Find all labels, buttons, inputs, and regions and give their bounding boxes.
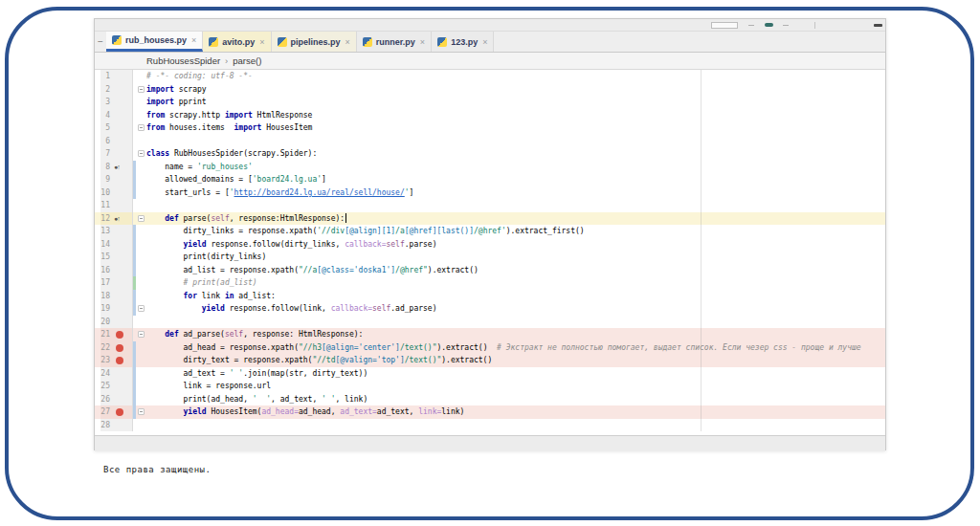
breakpoint-icon[interactable] — [116, 408, 123, 416]
line-number: 8 — [100, 161, 112, 174]
fold-column — [136, 109, 146, 122]
code-text[interactable]: ad_list = response.xpath("//a[@class='do… — [146, 264, 885, 277]
gutter-marker-cell[interactable] — [112, 251, 133, 264]
breakpoint-icon[interactable] — [116, 344, 123, 352]
code-text[interactable] — [146, 199, 885, 212]
gutter-marker-cell[interactable] — [112, 328, 133, 341]
fold-column — [136, 276, 146, 290]
code-text[interactable]: allowed_domains = ['board24.lg.ua'] — [146, 173, 885, 186]
gutter-marker-cell[interactable] — [112, 276, 133, 290]
collapse-tabs-button[interactable]: − — [95, 32, 106, 52]
gutter-marker-cell[interactable] — [112, 238, 133, 252]
gutter-marker-cell[interactable] — [112, 199, 133, 212]
code-text[interactable]: ad_head = response.xpath("//h3[@align='c… — [146, 341, 885, 355]
tab-avito.py[interactable]: avito.py× — [203, 32, 271, 52]
code-text[interactable] — [146, 135, 885, 148]
gutter-marker-cell[interactable] — [112, 186, 133, 200]
gutter-marker-cell[interactable] — [112, 70, 133, 83]
code-text[interactable]: dirty_text = response.xpath("//td[@valig… — [146, 354, 885, 367]
gutter-marker-cell[interactable]: ●↑ — [112, 212, 133, 226]
breadcrumb-item-method[interactable]: parse() — [233, 55, 261, 66]
gutter-marker-cell[interactable] — [112, 173, 133, 186]
code-text[interactable]: yield response.follow(link, callback=sel… — [146, 302, 885, 316]
fold-collapse-icon[interactable] — [138, 150, 145, 157]
line-number: 12 — [100, 212, 112, 226]
fold-collapse-icon[interactable] — [138, 305, 145, 312]
gutter-marker-cell[interactable] — [112, 405, 133, 419]
code-text[interactable]: def ad_parse(self, response: HtmlRespons… — [146, 328, 885, 341]
line-number: 28 — [100, 419, 112, 432]
window-minimize-icon[interactable] — [874, 24, 882, 27]
tab-close-icon[interactable]: × — [191, 35, 196, 45]
tab-close-icon[interactable]: × — [259, 37, 264, 47]
tab-123.py[interactable]: 123.py× — [432, 32, 494, 52]
gutter-marker-cell[interactable] — [112, 290, 133, 303]
tab-close-icon[interactable]: × — [420, 37, 425, 47]
gutter-marker-cell[interactable] — [112, 147, 133, 161]
gutter-marker-cell[interactable] — [112, 135, 133, 148]
code-text[interactable]: name = 'rub_houses' — [146, 161, 885, 174]
breakpoint-icon[interactable] — [116, 331, 123, 339]
gutter-marker-cell[interactable] — [112, 83, 133, 97]
code-text[interactable]: # -*- coding: utf-8 -*- — [146, 70, 885, 83]
fold-collapse-icon[interactable] — [138, 86, 145, 93]
gutter-marker-cell[interactable] — [112, 354, 133, 367]
code-line: 11 — [95, 199, 885, 212]
toolbar-divider — [814, 22, 815, 29]
tab-pipelines.py[interactable]: pipelines.py× — [272, 32, 357, 52]
code-text[interactable]: from houses.items import HousesItem — [146, 121, 885, 135]
gutter-marker-cell[interactable] — [112, 393, 133, 406]
gutter-marker-cell[interactable] — [112, 316, 133, 329]
override-marker-icon[interactable]: ●↑ — [114, 212, 120, 226]
code-text[interactable]: yield response.follow(dirty_links, callb… — [146, 238, 885, 252]
line-number: 15 — [100, 251, 112, 264]
gutter-marker-cell[interactable] — [112, 109, 133, 122]
gutter-marker-cell[interactable] — [112, 380, 133, 393]
code-text[interactable]: print(dirty_links) — [146, 251, 885, 264]
tab-label: 123.py — [451, 37, 478, 47]
fold-collapse-icon[interactable] — [138, 331, 145, 338]
code-text[interactable]: import pprint — [146, 96, 885, 109]
code-text[interactable]: # print(ad_list) — [146, 276, 885, 290]
tab-runner.py[interactable]: runner.py× — [357, 32, 432, 52]
code-text[interactable]: import scrapy — [146, 83, 885, 97]
code-text[interactable]: def parse(self, response:HtmlResponse): — [146, 212, 885, 226]
code-text[interactable]: class RubHousesSpider(scrapy.Spider): — [146, 147, 885, 161]
horizontal-scrollbar-thumb[interactable] — [711, 22, 738, 29]
gutter-marker-cell[interactable]: ●↑ — [112, 161, 133, 174]
code-text[interactable]: yield HousesItem(ad_head=ad_head, ad_tex… — [146, 405, 885, 419]
gutter-marker-cell[interactable] — [112, 225, 133, 238]
fold-column — [136, 83, 146, 97]
tab-label: runner.py — [376, 37, 415, 47]
code-text[interactable]: ad_text = ' '.join(map(str, dirty_text)) — [146, 367, 885, 381]
fold-collapse-icon[interactable] — [138, 215, 145, 222]
gutter-marker-cell[interactable] — [112, 264, 133, 277]
code-text[interactable] — [146, 419, 885, 432]
code-text[interactable]: print(ad_head, ' ', ad_text, ' ', link) — [146, 393, 885, 406]
code-text[interactable]: for link in ad_list: — [146, 290, 885, 303]
code-text[interactable]: dirty_links = response.xpath('//div[@ali… — [146, 225, 885, 238]
tab-rub_houses.py[interactable]: rub_houses.py× — [106, 32, 203, 52]
breakpoint-icon[interactable] — [116, 357, 123, 364]
code-text[interactable]: link = response.url — [146, 380, 885, 393]
gutter-marker-cell[interactable] — [112, 419, 133, 432]
code-text[interactable]: start_urls = ['http://board24.lg.ua/real… — [146, 186, 885, 200]
code-text[interactable]: from scrapy.http import HtmlResponse — [146, 109, 885, 122]
code-line: 22 ad_head = response.xpath("//h3[@align… — [95, 341, 885, 355]
gutter-marker-cell[interactable] — [112, 341, 133, 355]
fold-collapse-icon[interactable] — [138, 124, 145, 131]
code-line: 3import pprint — [95, 96, 885, 109]
gutter-marker-cell[interactable] — [112, 121, 133, 135]
gutter-marker-cell[interactable] — [112, 367, 133, 381]
breadcrumb-item-class[interactable]: RubHousesSpider — [146, 55, 220, 66]
code-text[interactable] — [146, 316, 885, 329]
editor-lines[interactable]: 1# -*- coding: utf-8 -*-2import scrapy3i… — [95, 70, 885, 431]
tab-close-icon[interactable]: × — [345, 37, 350, 47]
tab-close-icon[interactable]: × — [482, 37, 487, 47]
override-marker-icon[interactable]: ●↑ — [114, 161, 120, 174]
run-widget-icon[interactable] — [765, 23, 773, 27]
fold-column — [136, 393, 146, 406]
gutter-marker-cell[interactable] — [112, 302, 133, 316]
gutter-marker-cell[interactable] — [112, 96, 133, 109]
fold-collapse-icon[interactable] — [138, 408, 145, 415]
